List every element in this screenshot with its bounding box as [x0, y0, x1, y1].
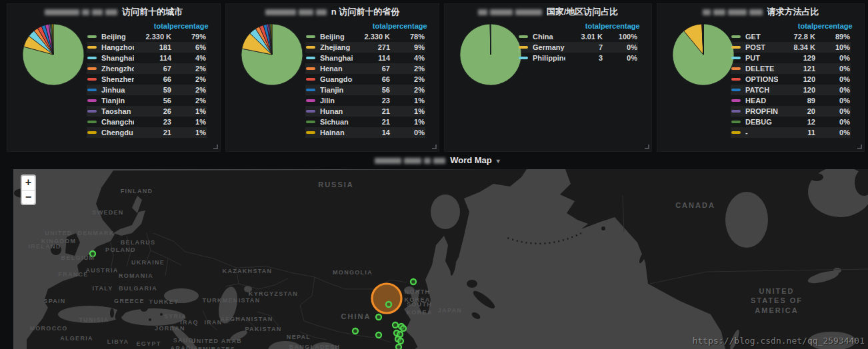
legend-row-Beijing[interactable]: Beijing2.330 K79% [87, 31, 207, 42]
legend-row-POST[interactable]: POST8.34 K10% [731, 42, 851, 53]
legend-row-Zhejiang[interactable]: Zhejiang2719% [305, 42, 425, 53]
legend-series-label[interactable]: POST [745, 43, 778, 51]
legend-series-label[interactable]: Shenzhen [101, 75, 134, 83]
legend-series-label[interactable]: PROPFIND [745, 107, 778, 115]
legend-row-Beijing[interactable]: Beijing2.330 K78% [305, 31, 425, 42]
legend-series-label[interactable]: GET [745, 33, 778, 41]
legend-header-total[interactable]: total [347, 21, 388, 31]
panel-resize-handle[interactable] [432, 145, 437, 149]
legend-row-Guangdong[interactable]: Guangdong662% [305, 74, 425, 85]
map-highlight-circle[interactable] [372, 284, 401, 313]
legend-row-Hunan[interactable]: Hunan211% [305, 106, 425, 117]
legend-header-percentage[interactable]: percentage [169, 21, 207, 31]
legend-series-label[interactable]: PATCH [745, 86, 778, 94]
map-data-point[interactable] [376, 332, 381, 338]
map-panel-title[interactable]: Word Map▾ [7, 152, 868, 169]
panel-resize-handle[interactable] [645, 145, 649, 149]
legend-row-Changchun[interactable]: Changchun231% [87, 117, 207, 127]
legend-series-label[interactable]: Hunan [320, 107, 353, 115]
legend-series-label[interactable]: Jilin [320, 97, 353, 105]
panel-resize-handle[interactable] [857, 145, 862, 149]
panel-title[interactable]: 请求方法占比 [657, 4, 864, 20]
legend-series-label[interactable]: Philippines [533, 54, 565, 62]
legend-row-Philippines[interactable]: Philippines30% [518, 53, 638, 63]
legend-row-Shanghai[interactable]: Shanghai1144% [305, 53, 425, 63]
panel-title[interactable]: n 访问前十的省份 [226, 4, 439, 20]
map-data-point[interactable] [353, 328, 358, 334]
legend-series-label[interactable]: OPTIONS [745, 75, 778, 83]
legend-series-label[interactable]: China [533, 33, 565, 41]
map-data-point[interactable] [401, 326, 406, 331]
legend-row-PUT[interactable]: PUT1290% [731, 53, 851, 63]
legend-row-Henan[interactable]: Henan672% [305, 63, 425, 74]
map-data-point[interactable] [411, 279, 416, 284]
map-data-point[interactable] [398, 338, 403, 344]
zoom-out-button[interactable]: − [22, 190, 35, 204]
legend-series-label[interactable]: Zhengzhou [101, 65, 134, 73]
zoom-in-button[interactable]: + [22, 176, 35, 190]
legend-series-label[interactable]: Germany [533, 43, 565, 51]
legend-row-Germany[interactable]: Germany70% [518, 42, 638, 53]
legend-row-Hangzhou[interactable]: Hangzhou1816% [87, 42, 207, 53]
legend-series-label[interactable]: Taoshan [101, 107, 134, 115]
legend-series-label[interactable]: Tianjin [101, 97, 134, 105]
legend-series-label[interactable]: HEAD [745, 97, 778, 105]
legend-row-Shenzhen[interactable]: Shenzhen662% [87, 74, 207, 85]
legend-series-label[interactable]: Hangzhou [101, 43, 134, 51]
legend-series-label[interactable]: Sichuan [320, 118, 353, 126]
legend-row-PATCH[interactable]: PATCH1200% [731, 85, 851, 95]
legend-row-DEBUG[interactable]: DEBUG120% [731, 117, 851, 127]
legend-series-label[interactable]: Chengdu [101, 129, 134, 137]
legend-row-Tianjin[interactable]: Tianjin562% [305, 85, 425, 95]
legend-series-label[interactable]: Hainan [320, 129, 353, 137]
chevron-down-icon[interactable]: ▾ [497, 157, 500, 165]
legend-row-Hainan[interactable]: Hainan140% [305, 127, 425, 138]
legend-series-label[interactable]: Zhejiang [320, 43, 353, 51]
legend-series-label[interactable]: Changchun [101, 118, 134, 126]
legend-series-label[interactable]: Henan [320, 65, 353, 73]
legend-header-percentage[interactable]: percentage [601, 21, 638, 31]
legend-header-total[interactable]: total [128, 21, 169, 31]
legend-row-HEAD[interactable]: HEAD890% [731, 95, 851, 106]
legend-row-DELETE[interactable]: DELETE1210% [731, 63, 851, 74]
map-data-point[interactable] [393, 322, 398, 328]
legend-row-Tianjin[interactable]: Tianjin562% [87, 95, 207, 106]
legend-series-label[interactable]: Beijing [101, 33, 134, 41]
legend-row-Chengdu[interactable]: Chengdu211% [87, 127, 207, 138]
map-data-point[interactable] [396, 344, 401, 349]
legend-row-GET[interactable]: GET72.8 K89% [731, 31, 851, 42]
legend-series-label[interactable]: DELETE [745, 65, 778, 73]
legend-row-Zhengzhou[interactable]: Zhengzhou672% [87, 63, 207, 74]
legend-row-OPTIONS[interactable]: OPTIONS1200% [731, 74, 851, 85]
legend-header-total[interactable]: total [772, 21, 813, 31]
legend-series-label[interactable]: Jinhua [101, 86, 134, 94]
legend-series-label[interactable]: PUT [745, 54, 778, 62]
legend-row-Sichuan[interactable]: Sichuan211% [305, 117, 425, 127]
legend-series-label[interactable]: Beijing [320, 33, 353, 41]
legend-series-label[interactable]: - [745, 129, 778, 137]
legend-series-label[interactable]: Shanghai [320, 54, 353, 62]
legend-series-label[interactable]: Tianjin [320, 86, 353, 94]
legend-row-Shanghai[interactable]: Shanghai1144% [87, 53, 207, 63]
legend-header-percentage[interactable]: percentage [388, 21, 425, 31]
legend-row--[interactable]: -110% [731, 127, 851, 138]
map-data-point[interactable] [376, 314, 381, 320]
legend-series-label[interactable]: DEBUG [745, 118, 778, 126]
legend-row-Jilin[interactable]: Jilin231% [305, 95, 425, 106]
map-data-point[interactable] [90, 251, 95, 256]
panel-title[interactable]: 访问前十的城市 [7, 4, 220, 20]
world-map[interactable]: RUSSIAFINLANDSWEDENDENMARKUNITED KINGDOM… [13, 169, 868, 349]
series-color-swatch [306, 46, 315, 49]
series-color-swatch [87, 110, 97, 113]
legend-series-label[interactable]: Shanghai [101, 54, 134, 62]
panel-resize-handle[interactable] [213, 145, 218, 149]
map-data-point[interactable] [386, 302, 391, 307]
legend-row-China[interactable]: China3.01 K100% [518, 31, 638, 42]
legend-header-total[interactable]: total [559, 21, 601, 31]
panel-title[interactable]: 国家/地区访问占比 [445, 4, 651, 20]
legend-row-Jinhua[interactable]: Jinhua592% [87, 85, 207, 95]
legend-row-Taoshan[interactable]: Taoshan261% [87, 106, 207, 117]
legend-row-PROPFIND[interactable]: PROPFIND200% [731, 106, 851, 117]
legend-header-percentage[interactable]: percentage [813, 21, 851, 31]
legend-series-label[interactable]: Guangdong [320, 75, 353, 83]
